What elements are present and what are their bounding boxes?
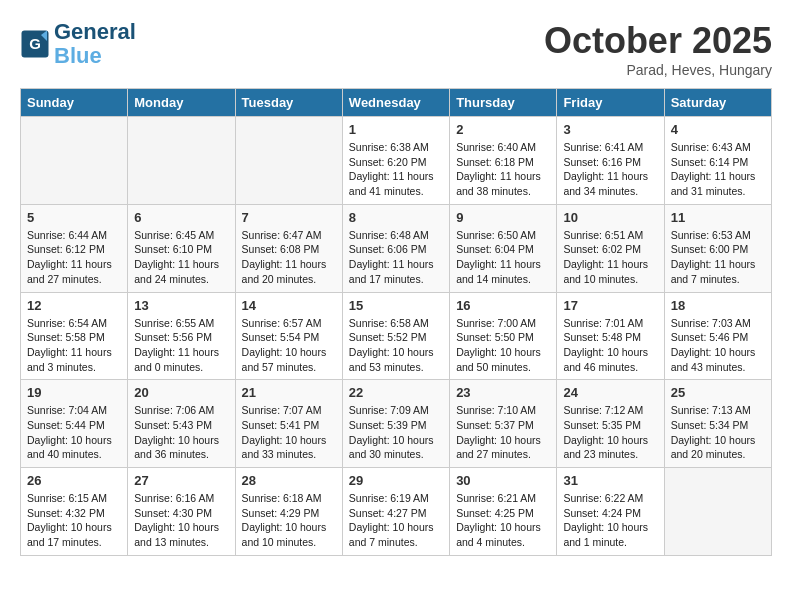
- cell-1-1: 6Sunrise: 6:45 AM Sunset: 6:10 PM Daylig…: [128, 204, 235, 292]
- cell-info: Sunrise: 6:40 AM Sunset: 6:18 PM Dayligh…: [456, 140, 550, 199]
- logo: G General Blue: [20, 20, 136, 68]
- week-row-3: 19Sunrise: 7:04 AM Sunset: 5:44 PM Dayli…: [21, 380, 772, 468]
- cell-info: Sunrise: 6:58 AM Sunset: 5:52 PM Dayligh…: [349, 316, 443, 375]
- day-number: 21: [242, 385, 336, 400]
- cell-3-6: 25Sunrise: 7:13 AM Sunset: 5:34 PM Dayli…: [664, 380, 771, 468]
- cell-3-5: 24Sunrise: 7:12 AM Sunset: 5:35 PM Dayli…: [557, 380, 664, 468]
- day-number: 10: [563, 210, 657, 225]
- week-row-4: 26Sunrise: 6:15 AM Sunset: 4:32 PM Dayli…: [21, 468, 772, 556]
- week-row-0: 1Sunrise: 6:38 AM Sunset: 6:20 PM Daylig…: [21, 117, 772, 205]
- logo-line2: Blue: [54, 43, 102, 68]
- day-number: 19: [27, 385, 121, 400]
- cell-info: Sunrise: 6:18 AM Sunset: 4:29 PM Dayligh…: [242, 491, 336, 550]
- day-number: 25: [671, 385, 765, 400]
- day-number: 2: [456, 122, 550, 137]
- cell-2-3: 15Sunrise: 6:58 AM Sunset: 5:52 PM Dayli…: [342, 292, 449, 380]
- cell-info: Sunrise: 6:43 AM Sunset: 6:14 PM Dayligh…: [671, 140, 765, 199]
- location: Parad, Heves, Hungary: [544, 62, 772, 78]
- cell-3-2: 21Sunrise: 7:07 AM Sunset: 5:41 PM Dayli…: [235, 380, 342, 468]
- cell-4-0: 26Sunrise: 6:15 AM Sunset: 4:32 PM Dayli…: [21, 468, 128, 556]
- day-number: 6: [134, 210, 228, 225]
- day-number: 11: [671, 210, 765, 225]
- cell-info: Sunrise: 6:57 AM Sunset: 5:54 PM Dayligh…: [242, 316, 336, 375]
- day-number: 12: [27, 298, 121, 313]
- day-number: 26: [27, 473, 121, 488]
- cell-3-4: 23Sunrise: 7:10 AM Sunset: 5:37 PM Dayli…: [450, 380, 557, 468]
- cell-2-5: 17Sunrise: 7:01 AM Sunset: 5:48 PM Dayli…: [557, 292, 664, 380]
- page-header: G General Blue October 2025 Parad, Heves…: [20, 20, 772, 78]
- week-row-2: 12Sunrise: 6:54 AM Sunset: 5:58 PM Dayli…: [21, 292, 772, 380]
- day-number: 31: [563, 473, 657, 488]
- day-number: 8: [349, 210, 443, 225]
- day-number: 13: [134, 298, 228, 313]
- cell-info: Sunrise: 6:50 AM Sunset: 6:04 PM Dayligh…: [456, 228, 550, 287]
- cell-info: Sunrise: 7:01 AM Sunset: 5:48 PM Dayligh…: [563, 316, 657, 375]
- day-number: 23: [456, 385, 550, 400]
- cell-1-6: 11Sunrise: 6:53 AM Sunset: 6:00 PM Dayli…: [664, 204, 771, 292]
- day-number: 18: [671, 298, 765, 313]
- cell-info: Sunrise: 6:47 AM Sunset: 6:08 PM Dayligh…: [242, 228, 336, 287]
- day-number: 24: [563, 385, 657, 400]
- month-title: October 2025: [544, 20, 772, 62]
- cell-info: Sunrise: 7:07 AM Sunset: 5:41 PM Dayligh…: [242, 403, 336, 462]
- cell-info: Sunrise: 7:03 AM Sunset: 5:46 PM Dayligh…: [671, 316, 765, 375]
- week-row-1: 5Sunrise: 6:44 AM Sunset: 6:12 PM Daylig…: [21, 204, 772, 292]
- cell-info: Sunrise: 6:15 AM Sunset: 4:32 PM Dayligh…: [27, 491, 121, 550]
- day-number: 3: [563, 122, 657, 137]
- day-number: 14: [242, 298, 336, 313]
- col-header-monday: Monday: [128, 89, 235, 117]
- cell-info: Sunrise: 6:51 AM Sunset: 6:02 PM Dayligh…: [563, 228, 657, 287]
- cell-0-4: 2Sunrise: 6:40 AM Sunset: 6:18 PM Daylig…: [450, 117, 557, 205]
- logo-line1: General: [54, 19, 136, 44]
- header-row: SundayMondayTuesdayWednesdayThursdayFrid…: [21, 89, 772, 117]
- cell-info: Sunrise: 6:54 AM Sunset: 5:58 PM Dayligh…: [27, 316, 121, 375]
- svg-text:G: G: [29, 35, 41, 52]
- col-header-thursday: Thursday: [450, 89, 557, 117]
- day-number: 16: [456, 298, 550, 313]
- cell-1-0: 5Sunrise: 6:44 AM Sunset: 6:12 PM Daylig…: [21, 204, 128, 292]
- cell-4-2: 28Sunrise: 6:18 AM Sunset: 4:29 PM Dayli…: [235, 468, 342, 556]
- cell-0-5: 3Sunrise: 6:41 AM Sunset: 6:16 PM Daylig…: [557, 117, 664, 205]
- cell-info: Sunrise: 6:41 AM Sunset: 6:16 PM Dayligh…: [563, 140, 657, 199]
- day-number: 7: [242, 210, 336, 225]
- col-header-tuesday: Tuesday: [235, 89, 342, 117]
- cell-3-1: 20Sunrise: 7:06 AM Sunset: 5:43 PM Dayli…: [128, 380, 235, 468]
- cell-2-2: 14Sunrise: 6:57 AM Sunset: 5:54 PM Dayli…: [235, 292, 342, 380]
- day-number: 20: [134, 385, 228, 400]
- cell-info: Sunrise: 6:55 AM Sunset: 5:56 PM Dayligh…: [134, 316, 228, 375]
- cell-1-5: 10Sunrise: 6:51 AM Sunset: 6:02 PM Dayli…: [557, 204, 664, 292]
- cell-info: Sunrise: 7:06 AM Sunset: 5:43 PM Dayligh…: [134, 403, 228, 462]
- day-number: 17: [563, 298, 657, 313]
- cell-info: Sunrise: 7:13 AM Sunset: 5:34 PM Dayligh…: [671, 403, 765, 462]
- cell-2-6: 18Sunrise: 7:03 AM Sunset: 5:46 PM Dayli…: [664, 292, 771, 380]
- day-number: 5: [27, 210, 121, 225]
- cell-2-0: 12Sunrise: 6:54 AM Sunset: 5:58 PM Dayli…: [21, 292, 128, 380]
- cell-info: Sunrise: 6:48 AM Sunset: 6:06 PM Dayligh…: [349, 228, 443, 287]
- cell-4-4: 30Sunrise: 6:21 AM Sunset: 4:25 PM Dayli…: [450, 468, 557, 556]
- cell-0-2: [235, 117, 342, 205]
- cell-0-6: 4Sunrise: 6:43 AM Sunset: 6:14 PM Daylig…: [664, 117, 771, 205]
- day-number: 9: [456, 210, 550, 225]
- cell-info: Sunrise: 7:09 AM Sunset: 5:39 PM Dayligh…: [349, 403, 443, 462]
- day-number: 22: [349, 385, 443, 400]
- cell-4-3: 29Sunrise: 6:19 AM Sunset: 4:27 PM Dayli…: [342, 468, 449, 556]
- cell-info: Sunrise: 6:38 AM Sunset: 6:20 PM Dayligh…: [349, 140, 443, 199]
- col-header-friday: Friday: [557, 89, 664, 117]
- cell-info: Sunrise: 6:53 AM Sunset: 6:00 PM Dayligh…: [671, 228, 765, 287]
- cell-3-0: 19Sunrise: 7:04 AM Sunset: 5:44 PM Dayli…: [21, 380, 128, 468]
- col-header-saturday: Saturday: [664, 89, 771, 117]
- cell-info: Sunrise: 7:10 AM Sunset: 5:37 PM Dayligh…: [456, 403, 550, 462]
- cell-info: Sunrise: 7:00 AM Sunset: 5:50 PM Dayligh…: [456, 316, 550, 375]
- cell-info: Sunrise: 6:21 AM Sunset: 4:25 PM Dayligh…: [456, 491, 550, 550]
- cell-info: Sunrise: 6:45 AM Sunset: 6:10 PM Dayligh…: [134, 228, 228, 287]
- day-number: 29: [349, 473, 443, 488]
- day-number: 1: [349, 122, 443, 137]
- cell-0-3: 1Sunrise: 6:38 AM Sunset: 6:20 PM Daylig…: [342, 117, 449, 205]
- logo-icon: G: [20, 29, 50, 59]
- day-number: 15: [349, 298, 443, 313]
- col-header-sunday: Sunday: [21, 89, 128, 117]
- title-block: October 2025 Parad, Heves, Hungary: [544, 20, 772, 78]
- cell-4-6: [664, 468, 771, 556]
- cell-2-4: 16Sunrise: 7:00 AM Sunset: 5:50 PM Dayli…: [450, 292, 557, 380]
- col-header-wednesday: Wednesday: [342, 89, 449, 117]
